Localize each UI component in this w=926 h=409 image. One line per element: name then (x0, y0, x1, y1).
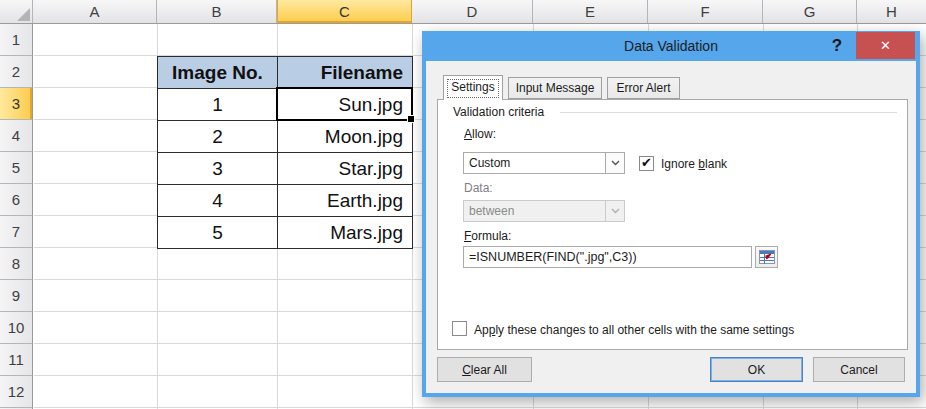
apply-changes-label[interactable]: Apply these changes to all other cells w… (474, 323, 794, 337)
allow-label: Allow: (464, 127, 496, 141)
ok-button[interactable]: OK (710, 357, 803, 382)
formula-input[interactable]: =ISNUMBER(FIND(".jpg",C3)) (463, 246, 752, 268)
allow-dropdown-value: Custom (464, 156, 605, 170)
chevron-down-icon[interactable] (605, 153, 624, 173)
col-header-H[interactable]: H (857, 0, 926, 23)
row-header-12[interactable]: 12 (0, 376, 32, 408)
row-header-9[interactable]: 9 (0, 280, 32, 312)
help-icon[interactable]: ? (826, 34, 848, 58)
row-header-10[interactable]: 10 (0, 312, 32, 344)
cell-C4[interactable]: Moon.jpg (278, 121, 413, 153)
row-header-2[interactable]: 2 (0, 56, 32, 88)
select-all-triangle-icon (17, 8, 30, 21)
range-selector-icon (759, 250, 775, 264)
col-header-C-selected[interactable]: C (277, 0, 412, 23)
row-header-column: 1 2 3 4 5 6 7 8 9 10 11 12 (0, 24, 33, 409)
table-header-image-no[interactable]: Image No. (158, 57, 278, 89)
data-validation-dialog: Data Validation ? ✕ Settings Input Messa… (422, 31, 920, 397)
table-header-filename[interactable]: Filename (278, 57, 413, 89)
row-header-8[interactable]: 8 (0, 248, 32, 280)
close-button[interactable]: ✕ (856, 32, 915, 59)
tab-settings-label: Settings (451, 80, 494, 94)
excel-window: A B C D E F G H 1 2 3 4 5 6 7 8 9 10 11 … (0, 0, 926, 409)
cell-B3[interactable]: 1 (158, 89, 278, 121)
apply-changes-checkbox[interactable] (452, 321, 467, 336)
row-header-6[interactable]: 6 (0, 184, 32, 216)
cell-C3[interactable]: Sun.jpg (278, 89, 413, 121)
cell-C7[interactable]: Mars.jpg (278, 217, 413, 249)
data-dropdown-disabled: between (463, 200, 625, 222)
data-dropdown-value: between (464, 204, 605, 218)
data-label: Data: (464, 181, 493, 195)
row-header-3-selected[interactable]: 3 (0, 88, 32, 120)
cancel-button[interactable]: Cancel (813, 357, 905, 382)
cell-B5[interactable]: 3 (158, 153, 278, 185)
cell-C5[interactable]: Star.jpg (278, 153, 413, 185)
chevron-down-icon (605, 201, 624, 221)
col-header-G[interactable]: G (763, 0, 857, 23)
select-all-corner[interactable] (0, 0, 33, 23)
column-header-row: A B C D E F G H (0, 0, 926, 24)
cell-B4[interactable]: 2 (158, 121, 278, 153)
validation-criteria-group-label: Validation criteria (453, 105, 544, 119)
checkmark-icon: ✔ (641, 155, 652, 170)
col-header-A[interactable]: A (33, 0, 157, 23)
col-header-F[interactable]: F (648, 0, 763, 23)
ignore-blank-checkbox[interactable]: ✔ (639, 156, 654, 171)
col-header-D[interactable]: D (412, 0, 533, 23)
clear-all-button[interactable]: Clear All (437, 357, 532, 382)
image-filename-table: Image No. Filename 1 Sun.jpg 2 Moon.jpg … (157, 56, 413, 249)
ignore-blank-label[interactable]: Ignore blank (661, 157, 727, 171)
row-header-5[interactable]: 5 (0, 152, 32, 184)
col-header-E[interactable]: E (533, 0, 648, 23)
formula-label: Formula: (464, 229, 511, 243)
collapse-dialog-range-button[interactable] (755, 246, 778, 268)
tab-input-message[interactable]: Input Message (508, 77, 602, 99)
cell-B7[interactable]: 5 (158, 217, 278, 249)
row-header-1[interactable]: 1 (0, 24, 32, 56)
col-header-B[interactable]: B (157, 0, 277, 23)
row-header-7[interactable]: 7 (0, 216, 32, 248)
row-header-4[interactable]: 4 (0, 120, 32, 152)
tab-error-alert[interactable]: Error Alert (607, 77, 680, 99)
cell-B6[interactable]: 4 (158, 185, 278, 217)
settings-tab-page: Validation criteria Allow: Custom ✔ Igno… (437, 99, 908, 350)
allow-dropdown[interactable]: Custom (463, 152, 625, 174)
close-icon: ✕ (880, 38, 891, 53)
group-divider (560, 112, 897, 113)
cell-C6[interactable]: Earth.jpg (278, 185, 413, 217)
tab-settings[interactable]: Settings (443, 75, 503, 100)
row-header-11[interactable]: 11 (0, 344, 32, 376)
